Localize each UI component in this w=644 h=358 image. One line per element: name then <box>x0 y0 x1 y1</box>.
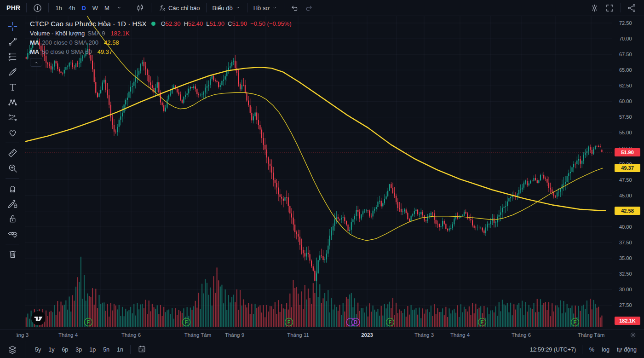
timeframe-4h[interactable]: 4h <box>65 3 78 13</box>
price-badge: 42.58 <box>615 207 640 215</box>
timeframe-w[interactable]: W <box>89 3 101 13</box>
fullscreen-icon[interactable] <box>602 2 617 14</box>
price-tick-label: 35.00 <box>619 255 632 261</box>
chevron-down-icon <box>235 5 241 11</box>
legend-collapse-button[interactable] <box>30 58 42 67</box>
legend-volume-row[interactable]: Volume - Khối lượng SMA 9 182.1K <box>30 30 292 36</box>
time-tick-label: Tháng 4 <box>450 332 470 338</box>
emoji-heart-icon[interactable] <box>4 125 21 140</box>
brush-icon[interactable] <box>4 64 21 80</box>
time-tick-label: Tháng 4 <box>58 332 78 338</box>
range-1n[interactable]: 1n <box>113 345 127 354</box>
time-tick-label: 2023 <box>361 332 373 338</box>
toolbar-divider <box>6 244 19 244</box>
remove-drawings-trash-icon[interactable] <box>4 247 21 262</box>
time-tick-label: Tháng 9 <box>225 332 244 338</box>
time-tick-label: Tháng Tám <box>184 332 212 338</box>
crosshair-icon[interactable] <box>4 19 21 34</box>
fib-retracement-icon[interactable] <box>4 49 21 64</box>
text-tool-icon[interactable] <box>4 80 21 95</box>
ma50-value: 49.37 <box>98 49 113 55</box>
drawing-toolbar <box>0 16 25 329</box>
svg-text:D: D <box>354 319 357 325</box>
range-5n[interactable]: 5n <box>99 345 113 354</box>
volume-badge: 182.1K <box>615 317 640 325</box>
toolbar-divider <box>284 3 284 12</box>
candles <box>26 38 603 281</box>
toolbar-divider <box>247 3 247 12</box>
time-tick-label: Tháng 6 <box>512 332 531 338</box>
settings-gear-icon[interactable] <box>587 2 602 14</box>
chart-legend: CTCP Cao su Phước Hòa · 1D · HSX O52.30 … <box>30 20 292 67</box>
price-axis[interactable]: 72.5070.0067.5065.0062.5060.0057.5055.00… <box>612 16 644 329</box>
svg-text:F: F <box>185 319 188 325</box>
toolbar-divider <box>206 3 207 12</box>
timeframe-group: 1h4hDWM <box>52 4 112 12</box>
price-tick-label: 37.50 <box>619 240 632 245</box>
legend-ma200-row[interactable]: MA 200 close 0 SMA 200 42.58 <box>30 40 292 46</box>
percent-scale-button[interactable]: % <box>586 345 598 354</box>
object-tree-area <box>0 341 25 358</box>
price-tick-label: 27.50 <box>619 302 632 308</box>
toolbar-divider <box>6 143 19 143</box>
time-tick-label: Tháng 6 <box>121 332 141 338</box>
top-toolbar: PHR 1h4hDWM Các chỉ báo Biểu đồ Hồ sơ <box>0 0 644 16</box>
hide-drawings-eye-icon[interactable] <box>4 226 21 242</box>
auto-scale-button[interactable]: tự động <box>613 345 640 354</box>
svg-text:F: F <box>87 319 90 325</box>
chart-layout-button[interactable]: Biểu đồ <box>210 3 244 13</box>
price-tick-label: 65.00 <box>619 67 632 73</box>
price-tick-label: 57.50 <box>619 114 632 120</box>
price-tick-label: 67.50 <box>619 52 632 57</box>
measure-ruler-icon[interactable] <box>4 145 21 161</box>
xabcd-pattern-icon[interactable] <box>4 95 21 110</box>
range-1y[interactable]: 1y <box>45 345 58 354</box>
layers-icon[interactable] <box>7 345 17 355</box>
tradingview-logo[interactable] <box>31 311 46 326</box>
time-tick-label: Tháng 11 <box>287 332 309 338</box>
timeframe-dropdown-chevron-icon[interactable] <box>113 3 126 13</box>
undo-icon[interactable] <box>288 2 302 14</box>
price-tick-label: 72.50 <box>619 20 632 26</box>
unlock-icon[interactable] <box>4 211 21 226</box>
range-5y[interactable]: 5y <box>31 345 45 354</box>
profile-label: Hồ sơ <box>253 5 270 12</box>
projection-tool-icon[interactable] <box>4 110 21 125</box>
time-tick-label: Tháng Tám <box>578 332 605 338</box>
toolbar-divider <box>26 3 27 12</box>
magnet-icon[interactable] <box>4 181 21 196</box>
clock[interactable]: 12:59:29 (UTC+7) <box>527 345 579 354</box>
axis-settings-gear-icon[interactable] <box>629 331 637 341</box>
range-6p[interactable]: 6p <box>58 345 72 354</box>
ohlc-values: O52.30 H52.40 L51.90 C51.90 −0.50 (−0.95… <box>161 21 292 27</box>
price-tick-label: 40.00 <box>619 224 632 230</box>
profile-button[interactable]: Hồ sơ <box>251 3 281 13</box>
range-1p[interactable]: 1p <box>86 345 99 354</box>
time-axis[interactable]: Tháng 3Tháng 4Tháng 6Tháng TámTháng 9Thá… <box>0 329 644 341</box>
svg-text:F: F <box>574 319 577 325</box>
zoom-in-icon[interactable] <box>4 161 21 176</box>
timeframe-m[interactable]: M <box>101 3 113 13</box>
symbol-compare-add-icon[interactable] <box>30 2 45 14</box>
price-chart[interactable]: FFFDFFF CTCP Cao su Phước Hòa · 1D · HSX… <box>25 16 612 329</box>
price-tick-label: 55.00 <box>619 130 632 135</box>
share-icon[interactable] <box>624 2 639 14</box>
legend-symbol-row[interactable]: CTCP Cao su Phước Hòa · 1D · HSX O52.30 … <box>30 20 292 27</box>
go-to-date-calendar-icon[interactable] <box>134 343 150 356</box>
chart-layout-label: Biểu đồ <box>213 5 233 12</box>
chart-style-candles-icon[interactable] <box>132 2 148 14</box>
change-value: −0.50 (−0.95%) <box>250 21 292 27</box>
redo-icon[interactable] <box>302 2 316 14</box>
log-scale-button[interactable]: log <box>598 345 613 354</box>
ma200-value: 42.58 <box>104 40 119 46</box>
range-3p[interactable]: 3p <box>72 345 86 354</box>
timeframe-d[interactable]: D <box>78 3 89 13</box>
indicators-label: Các chỉ báo <box>168 5 200 12</box>
indicators-button[interactable]: Các chỉ báo <box>155 2 203 14</box>
timeframe-1h[interactable]: 1h <box>52 3 65 13</box>
symbol-button[interactable]: PHR <box>5 3 23 13</box>
toolbar-divider <box>621 3 621 12</box>
trend-line-icon[interactable] <box>4 34 21 49</box>
lock-drawings-pencil-icon[interactable] <box>4 196 21 211</box>
legend-ma50-row[interactable]: MA 50 close 0 SMA 50 49.37 <box>30 49 292 55</box>
